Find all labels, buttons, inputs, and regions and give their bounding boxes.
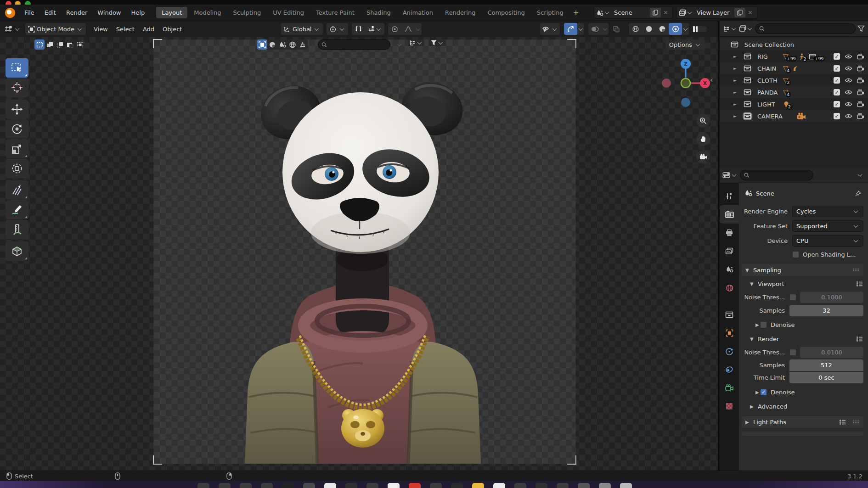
viewport-samples-value[interactable]: 32 [789,305,863,316]
snap-settings-button[interactable] [365,23,384,35]
taskbar-app-icon[interactable] [366,483,378,488]
filter-button[interactable] [429,39,445,46]
proportional-falloff-button[interactable] [401,23,415,35]
viewport-menu-item[interactable]: Object [158,24,186,34]
viewport-canvas[interactable]: Options [0,37,718,471]
select-mode-intersect-icon[interactable] [75,39,85,50]
select-box-tool[interactable] [6,58,28,78]
scale-tool[interactable] [6,139,28,158]
pin-icon[interactable] [855,190,862,197]
new-view-layer-button[interactable] [734,8,745,17]
camera-view-button[interactable] [696,150,710,164]
taskbar-app-icon[interactable] [472,483,484,488]
tab-view-layer[interactable] [720,242,739,260]
outliner-search-input[interactable] [767,25,851,32]
show-gizmo-toggle-icon[interactable] [564,23,577,35]
taskbar-app-icon[interactable] [535,483,547,488]
annotate-tool[interactable] [6,200,28,219]
render-denoise-checkbox[interactable]: ✓ [760,389,767,396]
collection-name[interactable]: CLOTH [757,77,778,84]
cursor-tool[interactable] [6,78,28,97]
taskbar-app-icon[interactable] [324,483,336,488]
add-cube-tool[interactable] [6,241,28,261]
properties-search-field[interactable] [740,170,813,180]
tab-object[interactable] [720,324,739,342]
tab-texture[interactable] [720,397,739,415]
scene-selector[interactable]: Scene ✕ [594,6,673,19]
expand-arrow-icon[interactable]: ► [733,54,737,59]
menu-item[interactable]: Help [126,7,150,18]
tab-scene[interactable] [720,260,739,279]
remove-view-layer-icon[interactable]: ✕ [745,9,755,16]
filter-material-icon[interactable] [267,39,277,50]
collection-checkbox[interactable]: ✓ [834,113,840,119]
material-preview-shading-icon[interactable] [655,23,669,35]
collection-checkbox[interactable]: ✓ [834,89,840,95]
extra-dropdown-icon[interactable] [397,42,402,46]
properties-options-dropdown[interactable] [858,172,862,177]
hide-in-viewport-eye-icon[interactable] [845,101,852,107]
tab-output[interactable] [720,224,739,242]
taskbar-app-icon[interactable] [303,483,315,488]
transform-tool[interactable] [6,159,28,178]
measure-tool[interactable] [6,220,28,239]
mode-selector[interactable]: Object Mode [25,23,86,35]
viewport-denoise-row[interactable]: ▶ Denoise [742,318,863,331]
presets-list-icon[interactable] [839,419,846,425]
annotate-line-tool[interactable] [6,180,28,200]
workspace-tab[interactable]: UV Editing [267,7,310,18]
taskbar-app-icon[interactable] [240,483,252,488]
tab-world[interactable] [720,279,739,297]
object-visibility-selector[interactable] [540,23,560,35]
new-scene-button[interactable] [650,8,661,17]
disable-in-render-camera-icon[interactable] [857,78,864,84]
collection-name[interactable]: CAMERA [757,113,783,120]
navigation-gizmo[interactable]: Z X [660,57,711,110]
taskbar-app-icon[interactable] [282,483,294,488]
menu-item[interactable]: Window [92,7,126,18]
outliner-row-light[interactable]: ► LIGHT 2 ✓ [720,98,868,110]
collection-name[interactable]: Scene Collection [744,41,794,48]
transform-orientation-selector[interactable]: Global [281,23,323,35]
noise-threshold-value[interactable]: 0.1000 [800,292,863,303]
osl-checkbox[interactable] [792,251,799,258]
workspace-tab[interactable]: Scripting [531,7,569,18]
drag-grip-icon[interactable] [852,268,860,272]
expand-arrow-icon[interactable]: ► [733,102,737,107]
pivot-point-selector[interactable] [327,23,348,35]
taskbar-app-icon[interactable] [557,483,569,488]
disable-in-render-camera-icon[interactable] [857,101,864,107]
outliner-row-cloth[interactable]: ► CLOTH ▽2 ✓ [720,74,868,86]
filter-world-icon[interactable] [287,39,298,50]
taskbar-app-icon[interactable] [451,483,463,488]
breadcrumb-label[interactable]: Scene [756,190,774,197]
collection-checkbox[interactable]: ✓ [834,101,840,107]
render-subpanel-header[interactable]: ▼ Render [742,333,863,345]
collection-checkbox[interactable]: ✓ [834,65,840,72]
filter-brush-icon[interactable] [298,39,308,50]
properties-editor-type-button[interactable] [722,172,738,179]
workspace-tab[interactable]: Layout [156,7,187,18]
outliner-display-mode-selector[interactable] [723,25,737,32]
region-collapse-arrow[interactable]: ‹ [710,75,713,84]
light-paths-section-header[interactable]: ▶ Light Paths [742,416,863,428]
workspace-tab[interactable]: Compositing [482,7,530,18]
tab-tool[interactable] [720,187,739,205]
view-layer-selector[interactable]: View Layer ✕ [676,6,757,19]
tool-search-field[interactable] [318,39,390,50]
collection-checkbox[interactable]: ✓ [834,77,840,84]
presets-list-icon[interactable] [856,281,863,287]
disable-in-render-camera-icon[interactable] [857,66,864,72]
taskbar-app-icon[interactable] [345,483,357,488]
rendered-shading-icon[interactable] [669,23,682,35]
expand-arrow-icon[interactable]: ► [733,78,737,83]
disable-in-render-camera-icon[interactable] [857,113,864,119]
taskbar-app-icon[interactable] [197,483,209,488]
collection-name[interactable]: CHAIN [757,65,776,72]
render-engine-select[interactable]: Cycles [792,206,863,217]
viewport-menu-item[interactable]: Add [139,24,158,34]
outliner-row-scene-collection[interactable]: Scene Collection [720,39,868,50]
select-mode-extend-icon[interactable] [45,39,55,50]
workspace-tab[interactable]: Sculpting [227,7,266,18]
taskbar-app-icon[interactable] [578,483,590,488]
